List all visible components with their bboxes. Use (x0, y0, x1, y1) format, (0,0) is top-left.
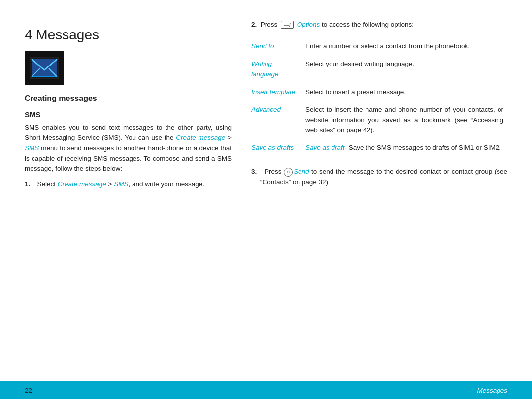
step-3-num: 3. (251, 167, 257, 177)
option-insert-template-desc: Select to insert a preset message. (305, 85, 507, 102)
create-message-link2: Create message (58, 180, 106, 188)
create-message-link1: Create message (176, 134, 225, 141)
page: 4 Messages Creating messages SMS (0, 0, 532, 399)
step-3-content: Press ○Send to send the message to the d… (260, 168, 507, 186)
option-send-to: Send to Enter a number or select a conta… (251, 39, 507, 57)
option-writing-label: Writinglanguage (251, 57, 305, 85)
chapter-title: 4 Messages (25, 27, 232, 43)
footer-section-name: Messages (477, 387, 507, 394)
options-intro: 2. Press —/ Options to access the follow… (251, 20, 507, 30)
options-text: Options (297, 21, 320, 28)
footer: 22 Messages (0, 381, 532, 399)
sms-body-text: SMS enables you to send text messages to… (25, 123, 232, 174)
option-send-to-desc: Enter a number or select a contact from … (305, 39, 507, 57)
svg-rect-5 (32, 76, 57, 77)
option-send-to-label: Send to (251, 39, 305, 57)
email-icon (30, 57, 59, 79)
send-link: Send (294, 168, 309, 175)
step-1: 1. Select Create message > SMS, and writ… (25, 179, 232, 190)
step-1-num: 1. (25, 179, 30, 190)
options-icon: —/ (281, 21, 294, 29)
option-insert-template: Insert template Select to insert a prese… (251, 85, 507, 102)
body-text-arrow1: > (225, 134, 232, 141)
option-advanced: Advanced Select to insert the name and p… (251, 102, 507, 141)
sms-link2: SMS (114, 180, 128, 188)
right-column: 2. Press —/ Options to access the follow… (251, 20, 507, 371)
content-area: 4 Messages Creating messages SMS (0, 0, 532, 381)
left-column: 4 Messages Creating messages SMS (25, 20, 232, 371)
option-insert-template-label: Insert template (251, 85, 305, 102)
email-icon-container (25, 51, 64, 85)
step-1-text: Select Create message > SMS, and write y… (33, 180, 204, 188)
option-save-drafts: Save as drafts Save as draft- Save the S… (251, 140, 507, 158)
sms-link1: SMS (25, 144, 39, 152)
option-save-drafts-desc: Save as draft- Save the SMS messages to … (305, 140, 507, 158)
options-table: Send to Enter a number or select a conta… (251, 39, 507, 158)
section-rule (25, 105, 232, 105)
option-writing: Writinglanguage Select your desired writ… (251, 57, 507, 85)
option-writing-desc: Select your desired writing language. (305, 57, 507, 85)
save-as-draft-link: Save as draft (305, 144, 345, 151)
footer-page-number: 22 (25, 387, 32, 394)
step-2-num: 2. (251, 21, 257, 28)
option-save-drafts-label: Save as drafts (251, 140, 305, 158)
section-title: Creating messages (25, 94, 232, 103)
body-text-part2: menu to send messages to another hand-ph… (25, 144, 232, 172)
subsection-title: SMS (25, 110, 232, 119)
option-advanced-label: Advanced (251, 102, 305, 141)
option-advanced-desc: Select to insert the name and phone numb… (305, 102, 507, 141)
top-rule (25, 20, 232, 20)
send-circle-icon: ○ (284, 168, 293, 177)
step-3: 3. Press ○Send to send the message to th… (251, 167, 507, 188)
